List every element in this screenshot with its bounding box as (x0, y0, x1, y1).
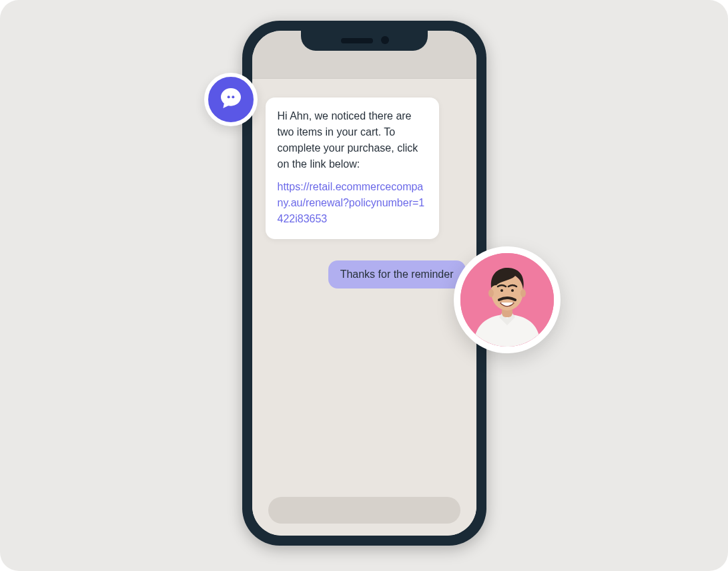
message-incoming-text: Hi Ahn, we noticed there are two items i… (278, 110, 418, 170)
svg-point-1 (232, 96, 234, 98)
nav-bar (252, 51, 476, 79)
svg-point-8 (511, 289, 514, 292)
compose-input[interactable] (268, 497, 460, 524)
sender-badge (204, 73, 258, 126)
chat-bubble-icon (218, 85, 244, 114)
phone-screen: Hi Ahn, we noticed there are two items i… (252, 31, 476, 536)
message-incoming: Hi Ahn, we noticed there are two items i… (266, 98, 439, 239)
message-outgoing: Thanks for the reminder (328, 260, 466, 289)
illustration-canvas: Hi Ahn, we noticed there are two items i… (0, 0, 728, 571)
person-avatar-icon (460, 253, 554, 347)
message-outgoing-text: Thanks for the reminder (340, 268, 454, 280)
phone-frame: Hi Ahn, we noticed there are two items i… (242, 21, 486, 546)
message-link[interactable]: https://retail.ecommercecompany.au/renew… (278, 179, 427, 227)
svg-point-6 (520, 289, 526, 297)
svg-point-7 (500, 289, 503, 292)
phone-stage: Hi Ahn, we noticed there are two items i… (231, 15, 498, 556)
user-avatar (454, 246, 561, 353)
phone-notch (301, 31, 428, 51)
chat-area: Hi Ahn, we noticed there are two items i… (252, 79, 476, 536)
svg-point-0 (227, 96, 230, 98)
svg-point-5 (488, 289, 494, 297)
